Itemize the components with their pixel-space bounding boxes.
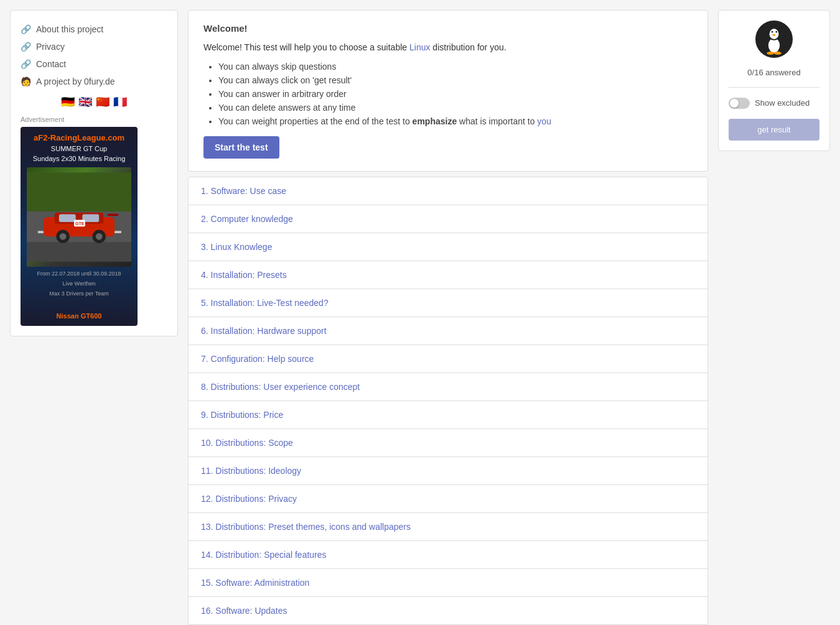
ad-site: aF2-RacingLeague.com: [34, 133, 124, 142]
get-result-button[interactable]: get result: [729, 119, 819, 141]
lang-cn[interactable]: 🇨🇳: [96, 96, 110, 106]
question-item[interactable]: 15. Software: Administration: [188, 569, 708, 597]
nav-contact[interactable]: 🔗 Contact: [21, 55, 167, 73]
lang-fr[interactable]: 🇫🇷: [113, 96, 127, 106]
svg-point-23: [772, 31, 773, 33]
lang-en[interactable]: 🇬🇧: [78, 96, 92, 106]
panel-divider: [729, 87, 819, 88]
nav-about-label: About this project: [36, 24, 103, 34]
question-item[interactable]: 14. Distribution: Special features: [188, 541, 708, 569]
link-icon-privacy: 🔗: [21, 42, 31, 52]
question-item[interactable]: 8. Distributions: User experience concep…: [188, 373, 708, 401]
question-item[interactable]: 16. Software: Updates: [188, 597, 708, 625]
ad-max: Max 3 Drivers per Team: [49, 290, 108, 297]
bullet-4: You can delete answers at any time: [218, 103, 693, 113]
svg-point-24: [776, 31, 778, 33]
left-sidebar: 🔗 About this project 🔗 Privacy 🔗 Contact…: [10, 10, 178, 336]
answered-count: 0/16 answered: [747, 68, 800, 77]
welcome-box: Welcome! Welcome! This test will help yo…: [188, 10, 708, 172]
lang-de[interactable]: 🇩🇪: [61, 96, 75, 106]
bullet-5: You can weight properties at the end of …: [218, 116, 693, 126]
question-list: 1. Software: Use case 2. Computer knowle…: [188, 177, 708, 625]
right-panel: 0/16 answered Show excluded get result: [718, 10, 830, 151]
link-icon-contact: 🔗: [21, 59, 31, 69]
bullet-2: You can always click on 'get result': [218, 75, 693, 85]
main-content: Welcome! Welcome! This test will help yo…: [188, 10, 708, 625]
link-icon-about: 🔗: [21, 24, 31, 34]
question-item[interactable]: 1. Software: Use case: [188, 177, 708, 205]
penguin-icon: [755, 21, 793, 58]
svg-point-11: [60, 233, 67, 240]
nav-project-label: A project by 0fury.de: [36, 76, 115, 86]
svg-rect-2: [27, 242, 131, 261]
question-item[interactable]: 12. Distributions: Privacy: [188, 485, 708, 513]
ad-label: Advertisement: [21, 116, 167, 123]
nav-privacy-label: Privacy: [36, 42, 65, 52]
question-item[interactable]: 10. Distributions: Scope: [188, 429, 708, 457]
ad-schedule: Sundays 2x30 Minutes Racing: [33, 155, 126, 162]
question-item[interactable]: 3. Linux Knowlege: [188, 233, 708, 261]
ad-car: Nissan GT600: [57, 312, 102, 320]
question-item[interactable]: 13. Distributions: Preset themes, icons …: [188, 513, 708, 541]
question-item[interactable]: 7. Configuration: Help source: [188, 345, 708, 373]
ad-event: SUMMER GT Cup: [51, 145, 107, 152]
nav-about[interactable]: 🔗 About this project: [21, 21, 167, 38]
bullet-3: You can answer in arbitrary order: [218, 89, 693, 99]
question-item[interactable]: 11. Distributions: Ideology: [188, 457, 708, 485]
nav-project[interactable]: 🧑 A project by 0fury.de: [21, 73, 167, 90]
svg-rect-14: [108, 214, 119, 216]
person-icon: 🧑: [21, 76, 31, 86]
question-item[interactable]: 4. Installation: Presets: [188, 261, 708, 289]
svg-point-20: [770, 29, 779, 39]
bullet-list: You can always skip questions You can al…: [203, 62, 693, 126]
welcome-intro: Welcome! This test will help you to choo…: [203, 41, 693, 54]
svg-point-18: [768, 38, 780, 52]
show-excluded-label: Show excluded: [755, 98, 810, 109]
ad-car-image: GT6: [27, 167, 131, 267]
svg-point-25: [773, 34, 776, 36]
svg-point-13: [96, 233, 103, 240]
welcome-title: Welcome!: [203, 23, 693, 34]
svg-rect-8: [59, 215, 76, 223]
svg-point-28: [767, 52, 774, 55]
ad-box[interactable]: aF2-RacingLeague.com SUMMER GT Cup Sunda…: [21, 127, 138, 326]
start-test-button[interactable]: Start the test: [203, 136, 279, 159]
question-item[interactable]: 5. Installation: Live-Test needed?: [188, 289, 708, 317]
nav-privacy[interactable]: 🔗 Privacy: [21, 38, 167, 55]
bullet-1: You can always skip questions: [218, 62, 693, 72]
advertisement-section: Advertisement aF2-RacingLeague.com SUMME…: [21, 116, 167, 326]
show-excluded-row: Show excluded: [729, 98, 819, 109]
svg-point-29: [774, 52, 782, 55]
ad-note: Live Werthen: [63, 280, 96, 287]
show-excluded-toggle[interactable]: [729, 98, 750, 109]
nav-links: 🔗 About this project 🔗 Privacy 🔗 Contact…: [21, 21, 167, 90]
language-selector: 🇩🇪 🇬🇧 🇨🇳 🇫🇷: [21, 96, 167, 106]
nav-contact-label: Contact: [36, 59, 66, 69]
question-item[interactable]: 6. Installation: Hardware support: [188, 317, 708, 345]
svg-text:GT6: GT6: [75, 221, 84, 226]
toggle-knob: [730, 99, 739, 108]
question-item[interactable]: 2. Computer knowledge: [188, 205, 708, 233]
ad-dates: From 22.07.2018 until 30.09.2018: [37, 271, 121, 277]
question-item[interactable]: 9. Distributions: Price: [188, 401, 708, 429]
